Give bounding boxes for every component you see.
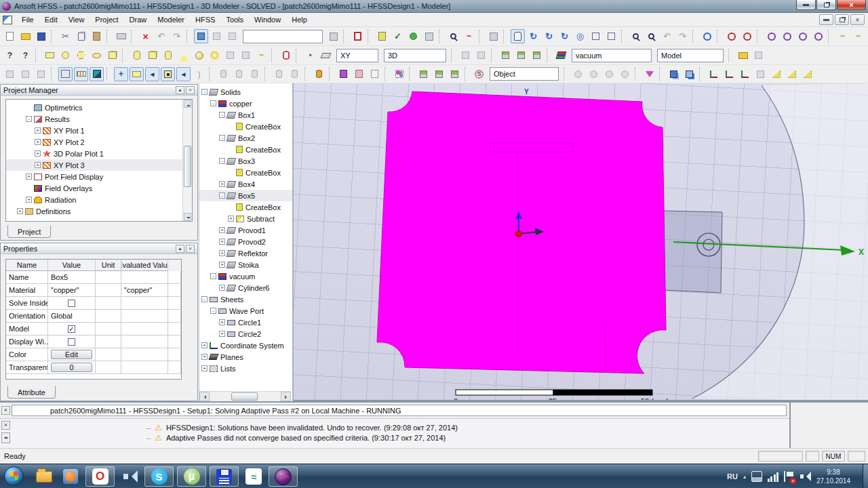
expander-icon[interactable]: + <box>201 342 208 348</box>
draw-circle-button[interactable] <box>58 48 73 62</box>
property-row[interactable]: Transparent 00 <box>6 361 181 374</box>
menu-item[interactable]: File <box>16 13 39 26</box>
object-mode-button[interactable] <box>272 67 286 81</box>
model-tree-item[interactable]: + Reflektor <box>199 247 292 259</box>
expander-icon[interactable]: + <box>35 139 41 145</box>
orientation-combo[interactable]: XY <box>336 49 378 62</box>
expander-icon[interactable]: + <box>219 250 225 256</box>
checkbox[interactable] <box>68 338 75 346</box>
cut-button[interactable]: ✂ <box>58 29 73 43</box>
property-row[interactable]: Material "copper""copper" "copper" <box>6 284 181 297</box>
results-plot-button[interactable]: ~ <box>462 29 476 43</box>
select-edges-button[interactable] <box>602 67 616 81</box>
draw-line-button[interactable]: ~ <box>835 29 850 43</box>
pink-object-button[interactable] <box>352 67 366 81</box>
clock[interactable]: 9:38 27.10.2014 <box>816 468 850 485</box>
draw-sphere-button[interactable] <box>192 48 206 62</box>
checkbox[interactable] <box>68 325 75 333</box>
filter-button[interactable] <box>642 67 656 81</box>
model-tree-item[interactable]: - Wave Port <box>199 305 292 317</box>
close-messages-button[interactable]: × <box>1 421 10 430</box>
snap-face-button[interactable]: ◄ <box>176 67 191 81</box>
expander-icon[interactable]: + <box>219 319 225 325</box>
rotate-model-button[interactable]: ↻ <box>526 29 540 43</box>
model-tree-item[interactable]: + Coordinate System <box>199 340 292 351</box>
project-tree-item[interactable]: - Results <box>6 113 192 125</box>
message-row[interactable]: ‒ ⚠ Adaptive Passes did not converge bas… <box>0 432 789 443</box>
snap-vertex-button[interactable] <box>130 67 144 81</box>
open-button[interactable] <box>18 29 33 43</box>
property-row[interactable]: Color EditEdit <box>6 348 181 361</box>
expander-icon[interactable]: + <box>219 285 225 291</box>
expander-icon[interactable]: - <box>210 100 216 106</box>
delete-button[interactable]: × <box>138 29 153 43</box>
align-horizontal-button[interactable] <box>498 48 513 62</box>
draw-cone-button[interactable] <box>176 48 191 62</box>
model-tree-item[interactable]: + Subtract <box>199 213 292 224</box>
draw-rect-3d-button[interactable] <box>105 48 119 62</box>
paste-button[interactable] <box>90 29 104 43</box>
model-type-combo[interactable]: Model <box>657 49 724 62</box>
scroll-up-icon[interactable] <box>184 100 191 108</box>
property-value[interactable] <box>48 323 96 336</box>
rotate-axis-button[interactable]: ↻ <box>542 29 556 43</box>
expander-icon[interactable]: + <box>219 239 225 245</box>
menu-item[interactable]: Modeler <box>152 13 190 26</box>
close-icon[interactable]: × <box>186 86 195 94</box>
model-tree-item[interactable]: + Circle2 <box>199 328 292 340</box>
model-tree-item[interactable]: + Lists <box>199 363 292 374</box>
non-model-button[interactable] <box>279 48 293 62</box>
close-progress-button[interactable]: × <box>1 406 10 415</box>
draw-cylinder-button[interactable] <box>130 48 144 62</box>
expander-icon[interactable]: - <box>201 296 208 302</box>
snap-center-button[interactable] <box>161 67 175 81</box>
model-tree-item[interactable]: CreateBox <box>199 144 292 155</box>
view-undo-button[interactable]: ↶ <box>660 29 674 43</box>
new-region-button[interactable] <box>751 48 766 62</box>
move-grid-button[interactable]: + <box>114 67 128 81</box>
animate-phase-button[interactable] <box>795 29 810 43</box>
align-z-button[interactable] <box>448 67 462 81</box>
pan-button[interactable] <box>511 29 525 43</box>
model-tree-item[interactable]: CreateBox <box>199 121 292 132</box>
draw-point-button[interactable]: • <box>303 48 317 62</box>
show-desktop-button[interactable] <box>863 464 868 488</box>
model-tree-item[interactable]: - Box3 <box>199 155 292 167</box>
view-redo-button[interactable]: ↷ <box>675 29 690 43</box>
measure-area-button[interactable] <box>800 67 814 81</box>
animate-mesh-button[interactable] <box>780 29 794 43</box>
port-circle-inner[interactable] <box>703 239 714 250</box>
multi-mode-button[interactable] <box>288 67 302 81</box>
pin-icon[interactable]: ▴ <box>176 245 184 253</box>
restore-button[interactable] <box>816 0 836 10</box>
edge-mode-button[interactable] <box>232 67 246 81</box>
undo-button[interactable]: ↶ <box>154 29 168 43</box>
animate-field-button[interactable] <box>764 29 778 43</box>
draw-spline-button[interactable]: ~ <box>851 29 865 43</box>
close-button[interactable]: × <box>837 0 866 10</box>
checkbox[interactable] <box>68 300 75 307</box>
save-button[interactable] <box>34 29 48 43</box>
value-button[interactable]: Edit <box>51 350 92 359</box>
zoom-in-region-button[interactable] <box>589 29 603 43</box>
context-help-button[interactable]: ? <box>3 48 17 62</box>
scroll-left-icon[interactable] <box>199 392 210 401</box>
measure-length-button[interactable] <box>785 67 799 81</box>
network-icon[interactable] <box>768 471 778 482</box>
layers-button[interactable] <box>554 48 568 62</box>
rotate-screen-button[interactable]: ↻ <box>557 29 572 43</box>
hfss-icon[interactable] <box>269 466 298 487</box>
property-row[interactable]: Name Box5Box5 <box>6 271 181 284</box>
menu-item[interactable]: Draw <box>124 13 153 26</box>
pin-icon[interactable]: ▴ <box>176 86 184 94</box>
vertex-mode-button[interactable] <box>248 67 262 81</box>
select-vertices-button[interactable] <box>618 67 632 81</box>
boolean-unite-button[interactable] <box>667 67 681 81</box>
model-tree-item[interactable]: + Stoika <box>199 259 292 270</box>
model-tree-item[interactable]: - Solids <box>199 86 292 98</box>
menu-item[interactable]: Window <box>249 13 286 26</box>
dynamic-zoom-button[interactable]: ◎ <box>573 29 587 43</box>
expander-icon[interactable]: + <box>219 331 225 337</box>
mdi-restore-button[interactable] <box>835 14 849 25</box>
paste-view-button[interactable] <box>18 67 33 81</box>
